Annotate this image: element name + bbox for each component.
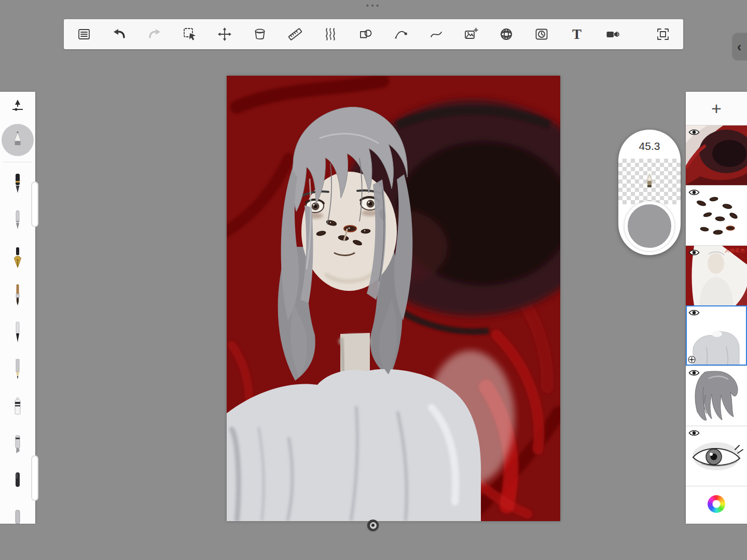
layer-visibility-eye-icon[interactable]: [688, 369, 700, 377]
brush-size-value: 45.3: [618, 130, 681, 152]
fine-liner-icon: [11, 320, 24, 345]
layer-background-painting[interactable]: [686, 125, 747, 185]
brush-item-round-pen[interactable]: [0, 464, 35, 501]
layer-extra-eyes[interactable]: [686, 185, 747, 245]
chisel-marker-icon: [11, 432, 24, 457]
ruler-tool-icon: [288, 27, 302, 41]
layer-visibility-eye-icon[interactable]: [688, 188, 700, 197]
layer-move-badge-icon[interactable]: [688, 356, 696, 363]
layer-shirt[interactable]: [686, 305, 747, 366]
multitask-dots-icon[interactable]: •••: [366, 1, 381, 10]
pencil-icon: [11, 358, 24, 383]
brush-size-control[interactable]: 45.3: [618, 130, 681, 255]
canvas-rotate-handle-inner: [370, 522, 377, 529]
brush-divider: [3, 162, 32, 162]
move-tool-button[interactable]: [214, 23, 236, 46]
brush-item-paint-brush[interactable]: [0, 277, 35, 314]
brush-item-stylus-pen[interactable]: [0, 202, 35, 240]
brush-tip-icon: [643, 173, 656, 190]
mesh-sphere-button[interactable]: [495, 23, 517, 46]
layer-visibility-eye-icon[interactable]: [688, 248, 700, 257]
brush-color-preview[interactable]: [625, 201, 674, 251]
layer-eye-sketch[interactable]: [686, 426, 747, 486]
gold-nib-pen-icon: [11, 246, 24, 271]
layer-visibility-eye-icon[interactable]: [688, 429, 700, 437]
main-toolbar: T: [64, 19, 683, 49]
brush-settings-button[interactable]: [0, 92, 35, 121]
collapse-toolbar-tab[interactable]: ‹: [731, 33, 747, 61]
curve-point-icon: [394, 27, 408, 41]
curve-stroke-icon: [429, 27, 444, 41]
canvas-frame-icon: [656, 27, 670, 41]
layer-hair[interactable]: [686, 366, 747, 426]
brush-group-handle-top[interactable]: [31, 181, 38, 227]
undo-button[interactable]: [108, 23, 130, 46]
menu-list-button[interactable]: [73, 23, 95, 46]
chevron-left-icon: ‹: [737, 40, 742, 53]
airbrush-icon: [9, 130, 26, 150]
brush-tip-preview: [618, 159, 681, 204]
brush-group-handle-bottom[interactable]: [31, 455, 38, 501]
brush-item-eraser-block[interactable]: [0, 389, 35, 426]
redo-icon: [147, 27, 162, 41]
curve-point-button[interactable]: [390, 23, 412, 46]
add-image-icon: [464, 27, 478, 41]
fountain-pen-icon: [11, 171, 24, 196]
shape-stamp-icon: [358, 27, 373, 41]
brush-item-airbrush[interactable]: [2, 124, 34, 156]
canvas[interactable]: [227, 76, 560, 521]
brush-item-fine-liner[interactable]: [0, 314, 35, 352]
select-tool-button[interactable]: [179, 23, 201, 46]
text-tool-icon: T: [572, 27, 582, 41]
canvas-rotate-handle[interactable]: [367, 520, 379, 531]
brush-selected-wrap: [0, 121, 35, 159]
paint-brush-icon: [11, 283, 24, 308]
layer-figure-base[interactable]: 人物底色: [686, 245, 747, 305]
fill-bucket-icon: [253, 27, 267, 41]
brush-item-partial[interactable]: [0, 501, 35, 524]
shape-stamp-button[interactable]: [355, 23, 377, 46]
layers-panel: +: [686, 92, 747, 524]
curve-stroke-button[interactable]: [425, 23, 447, 46]
snapshot-clock-button[interactable]: [531, 23, 552, 46]
layer-visibility-eye-icon[interactable]: [688, 128, 700, 136]
toolbar-tool-group: T: [73, 23, 652, 46]
color-wheel[interactable]: [708, 495, 725, 513]
color-row: [686, 486, 747, 521]
stylus-pen-icon: [11, 208, 24, 233]
brush-item-gold-nib-pen[interactable]: [0, 240, 35, 277]
add-layer-button[interactable]: +: [686, 92, 747, 125]
canvas-frame-button[interactable]: [652, 23, 674, 46]
redo-button[interactable]: [144, 23, 165, 46]
video-camera-icon: [605, 27, 619, 41]
layer-overlay-text: 人物底色: [725, 247, 745, 254]
liquify-tool-button[interactable]: [320, 23, 341, 46]
brush-item-fountain-pen[interactable]: [0, 165, 35, 202]
ruler-tool-button[interactable]: [284, 23, 306, 46]
app-window: •••: [0, 0, 747, 560]
liquify-tool-icon: [323, 27, 338, 41]
brush-item-pencil[interactable]: [0, 352, 35, 389]
brush-panel: [0, 92, 35, 524]
round-pen-icon: [11, 470, 24, 495]
layer-visibility-eye-icon[interactable]: [688, 309, 700, 317]
artwork: [227, 76, 560, 521]
snapshot-clock-icon: [534, 27, 549, 41]
brush-settings-icon: [10, 97, 25, 115]
mesh-sphere-icon: [499, 27, 514, 41]
fill-bucket-button[interactable]: [249, 23, 271, 46]
add-image-button[interactable]: [460, 23, 482, 46]
brush-partial-icon: [11, 507, 24, 524]
undo-icon: [112, 27, 127, 41]
eraser-block-icon: [11, 395, 24, 420]
move-tool-icon: [217, 27, 232, 41]
video-camera-button[interactable]: [601, 23, 623, 46]
menu-list-icon: [77, 27, 91, 41]
select-tool-icon: [183, 27, 197, 41]
text-tool-button[interactable]: T: [566, 23, 588, 46]
brush-item-chisel-marker[interactable]: [0, 426, 35, 464]
